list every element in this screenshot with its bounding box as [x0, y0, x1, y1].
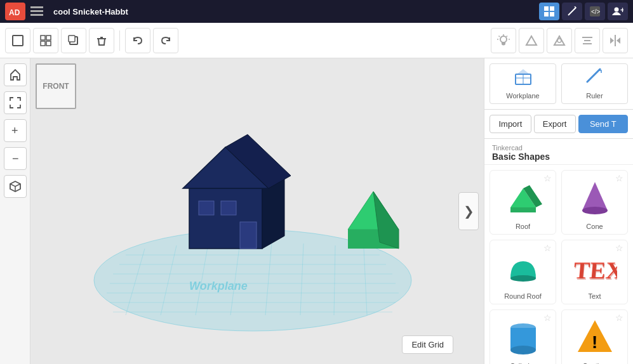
redo-btn[interactable] [153, 28, 178, 53]
svg-point-49 [582, 207, 608, 214]
svg-rect-7 [544, 12, 549, 16]
add-user-btn[interactable]: + [608, 3, 628, 20]
zoom-out-btn[interactable]: − [4, 147, 27, 170]
viewport[interactable]: FRONT [30, 58, 484, 364]
svg-point-20 [500, 36, 507, 42]
svg-rect-14 [41, 36, 45, 40]
svg-text:−: − [12, 152, 19, 165]
shape-item-roof[interactable]: ☆ Roof [490, 170, 556, 235]
svg-rect-24 [583, 43, 592, 44]
grid-view-btn[interactable] [539, 3, 559, 20]
svg-rect-22 [582, 37, 592, 38]
round-roof-shape-img [501, 245, 545, 290]
3d-view-btn[interactable] [4, 175, 27, 198]
shape-star-cylinder[interactable]: ☆ [543, 313, 552, 323]
ruler-view-btn[interactable] [562, 3, 582, 20]
shape-btn-2[interactable] [547, 28, 572, 53]
text-shape-img: TEXT TEXT [573, 245, 617, 290]
svg-rect-13 [13, 36, 23, 46]
house-door [240, 222, 257, 249]
cone-shape-img [573, 176, 617, 220]
svg-text:TEXT: TEXT [573, 258, 616, 285]
svg-point-21 [557, 39, 561, 42]
copy-tool[interactable] [61, 28, 86, 53]
main-area: + − FRONT [0, 58, 633, 364]
send-btn[interactable]: Send T [578, 115, 629, 133]
house-window-2 [221, 201, 236, 215]
shape-item-cylinder[interactable]: ☆ Cylinder [490, 309, 556, 364]
svg-point-55 [510, 346, 536, 354]
app-title: cool Snicket-Habbt [53, 7, 539, 16]
move-tool[interactable] [33, 28, 58, 53]
panel-toggle-btn[interactable]: ❯ [458, 192, 479, 230]
shape-roof-label: Roof [516, 223, 530, 230]
shape-item-round-roof[interactable]: ☆ Round Roof [490, 240, 556, 304]
view-tools [491, 28, 628, 53]
shapes-section-title: Basic Shapes [492, 152, 625, 162]
shape-star-cone[interactable]: ☆ [615, 173, 623, 183]
svg-text:Workplane: Workplane [189, 280, 248, 292]
right-panel-top-buttons: Workplane Ruler [484, 58, 633, 110]
toolbar [0, 23, 633, 58]
export-btn[interactable]: Export [534, 115, 576, 133]
undo-btn[interactable] [125, 28, 150, 53]
mirror-btn[interactable] [603, 28, 628, 53]
shape-cone-label: Cone [586, 223, 603, 230]
shapes-panel-header: Tinkercad Basic Shapes [484, 139, 633, 165]
fit-view-btn[interactable] [4, 91, 27, 114]
svg-text:AD: AD [9, 8, 20, 17]
shape-text-label: Text [588, 292, 601, 300]
svg-rect-15 [46, 36, 51, 40]
house-window-1 [199, 201, 214, 215]
right-panel: Workplane Ruler Import Export Send T Tin… [484, 58, 633, 364]
shape-item-caution[interactable]: ☆ ! Caution [561, 309, 628, 364]
align-btn[interactable] [575, 28, 600, 53]
code-view-btn[interactable]: </> [585, 3, 605, 20]
svg-text:+: + [620, 6, 623, 15]
svg-text:!: ! [592, 332, 597, 352]
workplane-btn[interactable]: Workplane [490, 63, 556, 104]
edit-grid-btn[interactable]: Edit Grid [402, 335, 453, 354]
menu-icon [30, 6, 43, 16]
shape-star-round-roof[interactable]: ☆ [543, 243, 552, 253]
shape-item-text[interactable]: ☆ TEXT TEXT Text [561, 240, 628, 304]
svg-rect-2 [30, 6, 43, 8]
cylinder-shape-img [501, 315, 545, 360]
import-export-row: Import Export Send T [484, 110, 633, 139]
svg-point-50 [510, 275, 536, 282]
import-btn[interactable]: Import [490, 115, 531, 133]
svg-marker-48 [582, 182, 608, 211]
shape-star-text[interactable]: ☆ [615, 243, 623, 253]
zoom-in-btn[interactable]: + [4, 119, 27, 142]
svg-rect-47 [510, 207, 536, 212]
svg-point-11 [615, 8, 619, 12]
ruler-icon [586, 68, 604, 89]
selection-tools [5, 28, 114, 53]
topbar: AD cool Snicket-Habbt </> + [0, 0, 633, 23]
left-panel: + − [0, 58, 30, 364]
history-tools [125, 28, 178, 53]
svg-rect-4 [30, 14, 43, 16]
svg-rect-3 [30, 10, 43, 12]
shape-item-cone[interactable]: ☆ Cone [561, 170, 628, 235]
shapes-source-label: Tinkercad [492, 144, 625, 152]
workplane-btn-label: Workplane [506, 92, 539, 100]
shape-star-caution[interactable]: ☆ [615, 313, 623, 323]
light-btn[interactable] [491, 28, 516, 53]
topbar-right: </> + [539, 3, 628, 20]
workplane-icon [514, 68, 532, 89]
delete-tool[interactable] [89, 28, 114, 53]
svg-rect-19 [69, 36, 75, 42]
svg-rect-23 [584, 40, 590, 41]
ruler-btn-label: Ruler [586, 92, 603, 100]
shape-round-roof-label: Round Roof [504, 292, 542, 300]
roof-shape-img [501, 176, 545, 220]
home-view-btn[interactable] [4, 63, 27, 86]
shape-star-roof[interactable]: ☆ [543, 173, 552, 183]
svg-text:+: + [11, 124, 18, 137]
svg-rect-8 [550, 12, 554, 16]
ruler-btn[interactable]: Ruler [561, 63, 628, 104]
svg-rect-16 [41, 41, 45, 46]
shape-btn-1[interactable] [519, 28, 544, 53]
select-tool[interactable] [5, 28, 30, 53]
